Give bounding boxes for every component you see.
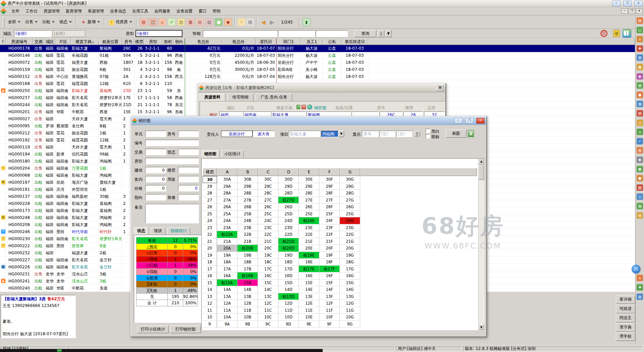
grid-cell-12G[interactable]: 12G: [340, 300, 360, 307]
grid-cell-20B[interactable]: 租20B: [237, 245, 258, 252]
column-header-楼盘字典[interactable]: 楼盘字典 △: [71, 38, 99, 45]
field-input-装修[interactable]: [178, 194, 199, 201]
tab-residence-detail[interactable]: 住宅明细: [227, 93, 254, 101]
grid-cell-16D[interactable]: 16D: [278, 272, 299, 279]
grid-cell-29B[interactable]: 29B: [237, 183, 258, 190]
column-header-楼层[interactable]: 楼层: [135, 38, 144, 45]
grid-cell-19G[interactable]: 19G: [340, 252, 360, 259]
grid-header-A[interactable]: A: [217, 168, 237, 176]
grid-cell-13E[interactable]: 13E: [299, 293, 319, 300]
column-header-售总价[interactable]: 售总价: [185, 38, 222, 45]
grid-floor-cell[interactable]: 10: [203, 314, 217, 321]
grid-cell-10G[interactable]: 10G: [340, 314, 360, 321]
grid-cell-25B[interactable]: 25B: [237, 211, 258, 218]
side-icon-5[interactable]: ▦: [637, 64, 643, 70]
grid-cell-27B[interactable]: 27B: [237, 197, 258, 204]
grid-cell-23E[interactable]: 23E: [299, 224, 319, 231]
grid-cell-22E[interactable]: 22E: [299, 231, 319, 238]
grid-cell-24A[interactable]: 24A: [217, 217, 237, 224]
grid-cell-15C[interactable]: 15C: [258, 279, 278, 287]
project-estate-field[interactable]: 彩福大厦: [289, 131, 320, 137]
tab-status[interactable]: 状态: [134, 227, 149, 235]
grid-cell-18B[interactable]: 18B: [237, 259, 258, 266]
grid-cell-24G[interactable]: 24G: [340, 217, 360, 224]
column-header-栋座位置[interactable]: 栋座位置: [99, 38, 122, 45]
grid-cell-27G[interactable]: 27G: [340, 197, 360, 204]
grid-cell-25F[interactable]: 25F: [319, 211, 340, 218]
table-row[interactable]: HG000146出租福田莲花长福花园01栋50453-2-1-196西南0万元2…: [0, 52, 635, 59]
mdi-minimize-button[interactable]: ─: [621, 8, 628, 14]
side-icon-7[interactable]: ▧: [637, 82, 643, 89]
side-icon-16[interactable]: ▦: [637, 166, 643, 172]
side-icon-14[interactable]: ▥: [637, 147, 643, 153]
side-icon-24[interactable]: ▥: [637, 294, 643, 300]
menu-item-新房管理[interactable]: 新房管理: [63, 7, 85, 15]
grid-cell-9D[interactable]: 9D: [278, 321, 299, 328]
dialog-close-icon[interactable]: ✕: [476, 118, 485, 124]
grid-cell-23B[interactable]: 23B: [237, 224, 258, 231]
grid-cell-25G[interactable]: 25G: [340, 211, 360, 218]
side-icon-3[interactable]: ✚: [637, 45, 643, 52]
grid-cell-20A[interactable]: 20A: [217, 245, 237, 252]
bw-checkbox[interactable]: 黑白: [426, 129, 439, 134]
grid-floor-cell[interactable]: 17: [203, 266, 217, 273]
column-header-房型[interactable]: 房型: [144, 38, 162, 45]
side-icon-6[interactable]: ◆: [637, 73, 643, 80]
grid-cell-26G[interactable]: 26G: [340, 204, 360, 211]
tab-current[interactable]: 现状: [151, 227, 165, 235]
grid-cell-12C[interactable]: 12C: [258, 300, 278, 307]
close-button[interactable]: ✕: [634, 1, 643, 6]
grid-cell-26D[interactable]: 26D: [278, 204, 299, 211]
grid-cell-20G[interactable]: 20G: [340, 245, 360, 252]
side-icon-19[interactable]: ◫: [637, 193, 643, 200]
side-icon-11[interactable]: ◫: [637, 120, 643, 126]
grid-cell-15F[interactable]: 15F: [319, 279, 340, 287]
grid-floor-cell[interactable]: 24: [203, 217, 217, 224]
lock-icon[interactable]: ◍: [613, 30, 620, 37]
district-combo-2[interactable]: (全部): [52, 30, 85, 37]
field-input-房号[interactable]: [178, 131, 199, 137]
toolbar-filter-出租[interactable]: 出租: [40, 17, 57, 27]
grid-cell-28D[interactable]: 28D: [278, 190, 299, 197]
side-icon-18[interactable]: ▧: [637, 184, 643, 191]
grid-floor-cell[interactable]: 12: [203, 300, 217, 307]
grid-cell-25C[interactable]: 25C: [258, 211, 278, 218]
table-row[interactable]: HG000072出租福田莲花福景大厦西栋1807183-2-1-1156西南0万…: [0, 59, 635, 66]
tab-block-stats[interactable]: 按栋统计: [167, 227, 190, 235]
mdi-close-button[interactable]: ✕: [636, 8, 643, 14]
side-icon-20[interactable]: ▨: [637, 203, 643, 209]
grid-cell-11B[interactable]: 11B: [237, 307, 258, 314]
toolbar-grip[interactable]: [3, 17, 4, 27]
grid-cell-9G[interactable]: 9G: [340, 321, 360, 328]
refresh-button[interactable]: 刷新: [446, 129, 467, 138]
grid-cell-13A[interactable]: 13A: [217, 293, 237, 300]
grid-header-E[interactable]: E: [299, 168, 319, 176]
grid-cell-9F[interactable]: 9F: [319, 321, 340, 328]
grid-floor-cell[interactable]: 13: [203, 293, 217, 300]
menu-item-业务设置[interactable]: 业务设置: [173, 7, 196, 15]
grid-cell-13G[interactable]: 13G: [340, 293, 360, 300]
grid-cell-20D[interactable]: 租20D: [278, 245, 299, 252]
toolbar-filter-全部[interactable]: 全部: [6, 17, 23, 27]
grid-cell-26A[interactable]: 26A: [217, 204, 237, 211]
grid-cell-23A[interactable]: 23A: [217, 224, 237, 231]
dialog-close-icon[interactable]: ⊠: [436, 85, 444, 91]
grid-cell-18A[interactable]: 18A: [217, 259, 237, 266]
grid-floor-cell[interactable]: 30: [203, 176, 217, 183]
side-icon-12[interactable]: ⌂: [637, 129, 643, 135]
grid-cell-16C[interactable]: 16C: [258, 272, 278, 279]
grid-cell-17E[interactable]: 租17E: [299, 266, 319, 273]
field-input-价格[interactable]: 0: [145, 185, 166, 191]
menu-item-实用工具[interactable]: 实用工具: [129, 7, 151, 15]
grid-cell-26F[interactable]: 26F: [319, 204, 340, 211]
globe-icon[interactable]: [307, 104, 312, 109]
grid-cell-24E[interactable]: 租24E: [299, 217, 319, 224]
grid-cell-15B[interactable]: 15B: [237, 279, 258, 287]
side-icon-8[interactable]: ●: [637, 92, 643, 98]
side-icon-13[interactable]: ✓: [637, 138, 643, 144]
grid-cell-16E[interactable]: 16E: [299, 272, 319, 279]
toolbar-icon-0[interactable]: ▤: [140, 18, 148, 26]
grid-cell-23F[interactable]: 23F: [319, 224, 340, 231]
action-button-写跟进[interactable]: 写跟进: [616, 305, 635, 313]
grid-floor-cell[interactable]: 20: [203, 245, 217, 252]
